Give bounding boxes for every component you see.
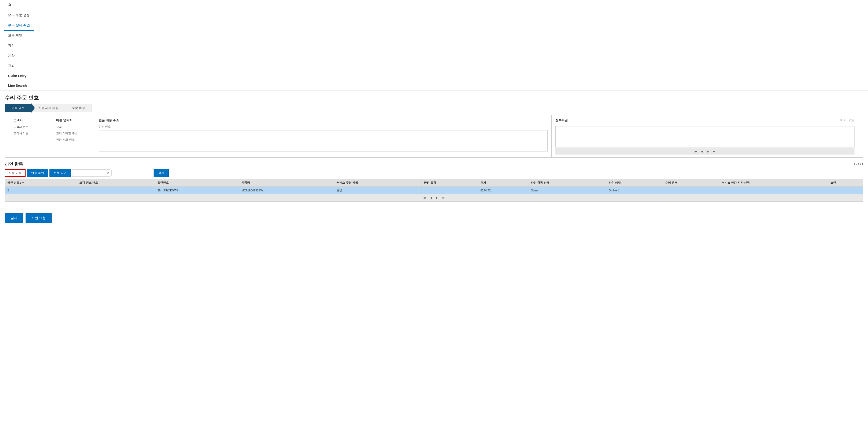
nav-item-6[interactable]: 관리: [4, 61, 34, 72]
tab-0[interactable]: 견적 검토: [5, 104, 32, 112]
tab-1[interactable]: 지불 세부 사항: [31, 104, 65, 112]
payment-button[interactable]: 결제: [5, 213, 23, 223]
col-service-deadline[interactable]: 서비스 마감 시간 선택: [719, 179, 828, 187]
navigation-bar: 홈수리 주문 생성수리 상태 확인보증 확인자산계약관리Claim EntryL…: [0, 0, 868, 91]
line-items-count: 1 - 1 / 1: [854, 163, 863, 166]
shipping-section-title: 배송 연락처: [56, 118, 91, 123]
table-nav-prev[interactable]: ◀: [429, 196, 433, 200]
line-items-title: 라인 항목: [5, 162, 23, 167]
table-body: 2SN_UNKNOWNMC9190-G30SW...유상€274.72OpenO…: [5, 187, 863, 194]
cell-serial_no: SN_UNKNOWN: [155, 187, 239, 194]
tab-2[interactable]: 주문 확정: [65, 104, 92, 112]
page-title: 수리 주문 번호: [0, 91, 868, 104]
nav-item-7[interactable]: Claim Entry: [4, 71, 34, 81]
shipping-section: 배송 연락처 고객 고객 이메일 주소 직장 전화 번호: [52, 115, 95, 158]
line-items-table: 라인 번호▲▼ 고객 참조 번호 일련번호 상품명 서비스 구분 타입 환전 유…: [5, 179, 863, 194]
customer-section-title: 고객사: [13, 118, 48, 123]
table-nav-first[interactable]: ⏮: [423, 196, 427, 200]
col-line-status[interactable]: 라인 상태: [606, 179, 663, 187]
table-nav: ⏮ ◀ ▶ ⏭: [5, 194, 863, 202]
cell-service_deadline: [719, 187, 828, 194]
nav-items: 홈수리 주문 생성수리 상태 확인보증 확인자산계약관리Claim EntryL…: [4, 0, 34, 91]
cell-customer_ref: [77, 187, 155, 194]
table-header-row: 라인 번호▲▼ 고객 참조 번호 일련번호 상품명 서비스 구분 타입 환전 유…: [5, 179, 863, 187]
col-service-type[interactable]: 서비스 구분 타입: [334, 179, 422, 187]
nav-item-2[interactable]: 수리 상태 확인: [4, 20, 34, 31]
nav-item-4[interactable]: 자산: [4, 41, 34, 51]
cell-repair_center: [663, 187, 719, 194]
cell-product_name: MC9190-G30SW...: [239, 187, 334, 194]
table-row[interactable]: 2SN_UNKNOWNMC9190-G30SW...유상€274.72OpenO…: [5, 187, 863, 194]
reject-payment-button[interactable]: 지불 거절: [5, 169, 26, 177]
attachment-section: 첨부파일 레코드 없음 ⏮ ◀ ▶ ⏭: [552, 115, 858, 158]
quote-line-button[interactable]: 인용 라인: [27, 169, 48, 177]
search-input[interactable]: [112, 170, 152, 176]
tabs-bar: 견적 검토지불 세부 사항주문 확정: [0, 104, 868, 112]
table-nav-last[interactable]: ⏭: [441, 196, 445, 200]
line-items-header: 라인 항목 1 - 1 / 1: [5, 162, 863, 167]
cell-line_no: 2: [5, 187, 77, 194]
customer-section: 고객사 고객사 번호 고객사 이름: [10, 115, 52, 158]
table-nav-next[interactable]: ▶: [435, 196, 439, 200]
nav-item-0[interactable]: 홈: [4, 0, 34, 11]
info-grid: 고객사 고객사 번호 고객사 이름 배송 연락처 고객 고객 이메일 주소 직장…: [5, 115, 863, 158]
col-repair-center[interactable]: 수리 센터: [663, 179, 719, 187]
attachment-nav: ⏮ ◀ ▶ ⏭: [555, 148, 855, 155]
col-price[interactable]: 정가: [478, 179, 528, 187]
return-section-title: 반품 배송 주소: [99, 118, 548, 123]
find-button[interactable]: 찾기: [154, 169, 169, 177]
attachment-nav-first[interactable]: ⏮: [693, 149, 698, 153]
cell-line_status: On Hold: [606, 187, 663, 194]
col-line-no[interactable]: 라인 번호▲▼: [5, 179, 77, 187]
shop-number-label: 상점 번호: [99, 125, 548, 129]
attachment-nav-prev[interactable]: ◀: [700, 149, 704, 153]
all-lines-button[interactable]: 전체 라인: [50, 169, 71, 177]
col-line-item-status[interactable]: 라인 항목 상태: [528, 179, 606, 187]
customer-field: 고객: [56, 125, 91, 129]
return-section: 반품 배송 주소 상점 번호: [95, 115, 552, 158]
nav-item-1[interactable]: 수리 주문 생성: [4, 10, 34, 21]
nav-item-5[interactable]: 계약: [4, 51, 34, 62]
cell-price: €274.72: [478, 187, 528, 194]
table-wrapper: 라인 번호▲▼ 고객 참조 번호 일련번호 상품명 서비스 구분 타입 환전 유…: [5, 179, 863, 194]
attachment-title: 첨부파일: [555, 118, 568, 123]
tabs-container: 견적 검토지불 세부 사항주문 확정: [5, 104, 92, 112]
customer-number-field: 고객사 번호: [13, 125, 48, 129]
customer-email-field: 고객 이메일 주소: [56, 131, 91, 136]
work-phone-field: 직장 전화 번호: [56, 138, 91, 142]
cell-service_type: 유상: [334, 187, 422, 194]
support-request-button[interactable]: 지원 요청: [26, 213, 52, 223]
bottom-bar: 결제 지원 요청: [0, 209, 868, 228]
customer-name-field: 고객사 이름: [13, 131, 48, 136]
attachment-nav-next[interactable]: ▶: [706, 149, 710, 153]
nav-item-3[interactable]: 보증 확인: [4, 31, 34, 41]
col-serial-no[interactable]: 일련번호: [155, 179, 239, 187]
attachment-nav-last[interactable]: ⏭: [712, 149, 717, 153]
attachment-header: 첨부파일 레코드 없음: [555, 118, 855, 125]
col-exchange-type[interactable]: 환전 유형: [422, 179, 478, 187]
address-textarea[interactable]: [99, 130, 548, 151]
cell-line_item_status: Open: [528, 187, 606, 194]
col-customer-ref[interactable]: 고객 참조 번호: [77, 179, 155, 187]
col-product-name[interactable]: 상품명: [239, 179, 334, 187]
attachment-no-record: 레코드 없음: [840, 118, 855, 125]
line-items-section: 라인 항목 1 - 1 / 1 지불 거절 인용 라인 전체 라인 찾기 라인 …: [0, 162, 868, 202]
nav-item-8[interactable]: Line Search: [4, 81, 34, 91]
col-stan[interactable]: 스탠: [828, 179, 863, 187]
cell-stan: [828, 187, 863, 194]
line-items-toolbar: 지불 거절 인용 라인 전체 라인 찾기: [5, 169, 863, 177]
attachment-box: [555, 126, 855, 147]
filter-select[interactable]: [72, 169, 110, 176]
cell-exchange_type: [422, 187, 478, 194]
